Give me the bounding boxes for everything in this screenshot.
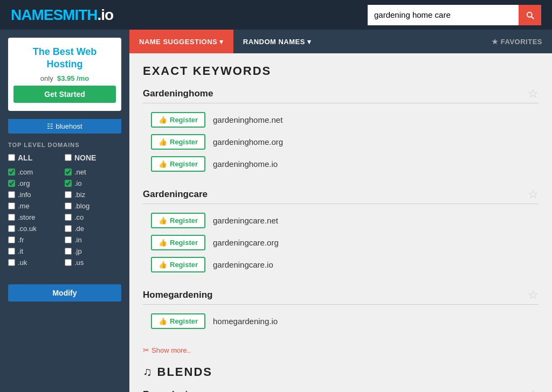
ad-price: only $3.95 /mo xyxy=(13,74,116,82)
keyword-group-homegardening-name: Homegardening xyxy=(143,290,212,300)
register-homegardening-io-label: Register xyxy=(170,317,198,325)
scissors-icon: ✂ xyxy=(143,346,149,354)
favorite-gardeningcare-button[interactable]: ☆ xyxy=(528,188,539,200)
tld-io: .io xyxy=(65,178,121,189)
domain-gardeninghome-org: gardeninghome.org xyxy=(213,137,283,146)
tab-name-suggestions[interactable]: NAME SUGGESTIONS ▾ xyxy=(129,30,233,53)
sidebar: The Best Web Hosting only $3.95 /mo Get … xyxy=(0,30,129,392)
tld-net: .net xyxy=(65,166,121,178)
domain-gardeninghome-io: gardeninghome.io xyxy=(213,159,278,169)
blends-title-text: BLENDS xyxy=(157,365,212,379)
exact-keywords-title: EXACT KEYWORDS xyxy=(143,64,539,78)
tab-name-suggestions-label: NAME SUGGESTIONS ▾ xyxy=(139,38,224,46)
thumb-icon: 👍 xyxy=(158,160,167,168)
bluehost-bar: ☷bluehost xyxy=(8,119,121,134)
register-gardeninghome-net-button[interactable]: 👍 Register xyxy=(151,112,205,128)
register-gardeningcare-io-label: Register xyxy=(170,261,198,269)
tld-couk-checkbox[interactable] xyxy=(8,225,15,232)
tld-co: .co xyxy=(65,212,121,223)
domain-row-homegardening-io: 👍 Register homegardening.io xyxy=(143,310,539,332)
tld-fr-label: .fr xyxy=(18,236,24,244)
register-gardeninghome-io-label: Register xyxy=(170,160,198,168)
tld-section: TOP LEVEL DOMAINS ALL NONE .com .org .in… xyxy=(0,134,129,276)
favorite-gardeninghome-button[interactable]: ☆ xyxy=(528,88,539,100)
tld-couk: .co.uk xyxy=(8,223,65,234)
tld-uk-label: .uk xyxy=(18,258,27,267)
tld-store-checkbox[interactable] xyxy=(8,214,15,221)
keyword-group-gardeninghome-header: Gardeninghome ☆ xyxy=(143,88,539,103)
thumb-icon: 👍 xyxy=(158,216,167,225)
tld-net-checkbox[interactable] xyxy=(65,169,72,176)
modify-button[interactable]: Modify xyxy=(8,284,121,302)
tld-de: .de xyxy=(65,223,121,234)
tld-all-checkbox[interactable] xyxy=(8,154,15,161)
tld-jp: .jp xyxy=(65,246,121,257)
domain-row-gardeninghome-io: 👍 Register gardeninghome.io xyxy=(143,153,539,175)
tld-de-checkbox[interactable] xyxy=(65,225,72,232)
domain-row-gardeningcare-io: 👍 Register gardeningcare.io xyxy=(143,254,539,276)
tld-info-checkbox[interactable] xyxy=(8,191,15,198)
register-gardeninghome-io-button[interactable]: 👍 Register xyxy=(151,156,205,172)
tld-org: .org xyxy=(8,178,65,189)
favorite-homegardening-button[interactable]: ☆ xyxy=(528,289,539,301)
register-gardeningcare-io-button[interactable]: 👍 Register xyxy=(151,257,205,272)
thumb-icon: 👍 xyxy=(158,239,167,247)
logo: NAMESMITH.io xyxy=(11,6,113,24)
tld-it-checkbox[interactable] xyxy=(8,248,15,255)
domain-gardeningcare-net: gardeningcare.net xyxy=(213,216,278,225)
main-content: NAME SUGGESTIONS ▾ RANDOM NAMES ▾ ★ FAVO… xyxy=(129,30,552,392)
domain-homegardening-io: homegardening.io xyxy=(213,317,278,326)
tld-none-item: NONE xyxy=(65,153,121,162)
tld-in-checkbox[interactable] xyxy=(65,236,72,243)
tld-us-checkbox[interactable] xyxy=(65,259,72,266)
show-more-link[interactable]: ✂ Show more.. xyxy=(143,346,539,354)
tld-it: .it xyxy=(8,246,65,257)
register-gardeningcare-net-button[interactable]: 👍 Register xyxy=(151,213,205,228)
tld-info-label: .info xyxy=(18,191,31,199)
register-gardeninghome-org-button[interactable]: 👍 Register xyxy=(151,134,205,150)
tld-org-checkbox[interactable] xyxy=(8,180,15,187)
bluehost-label: bluehost xyxy=(56,122,82,130)
ad-box: The Best Web Hosting only $3.95 /mo Get … xyxy=(8,38,121,111)
tld-net-label: .net xyxy=(74,168,86,176)
tld-me-checkbox[interactable] xyxy=(8,202,15,209)
tld-io-checkbox[interactable] xyxy=(65,180,72,187)
search-input[interactable] xyxy=(368,5,519,25)
tld-jp-label: .jp xyxy=(74,247,82,255)
domain-gardeninghome-net: gardeninghome.net xyxy=(213,115,282,124)
search-icon xyxy=(525,10,535,20)
tld-info: .info xyxy=(8,189,65,200)
tld-us: .us xyxy=(65,257,121,268)
tld-jp-checkbox[interactable] xyxy=(65,248,72,255)
ad-get-started-button[interactable]: Get Started xyxy=(13,86,116,103)
tld-none-checkbox[interactable] xyxy=(65,154,72,161)
tld-com-checkbox[interactable] xyxy=(8,169,15,176)
tld-uk-checkbox[interactable] xyxy=(8,259,15,266)
blends-section: ♫ BLENDS Regardening ☆ xyxy=(143,365,539,392)
tld-store-label: .store xyxy=(18,213,36,221)
favorite-regardening-button[interactable]: ☆ xyxy=(528,389,539,392)
exact-keywords-title-text: EXACT KEYWORDS xyxy=(143,64,271,78)
register-gardeningcare-org-label: Register xyxy=(170,239,198,247)
tld-biz-checkbox[interactable] xyxy=(65,191,72,198)
tld-co-label: .co xyxy=(74,213,84,221)
tld-us-label: .us xyxy=(74,258,84,267)
header: NAMESMITH.io xyxy=(0,0,552,30)
tld-blog-checkbox[interactable] xyxy=(65,202,72,209)
register-gardeningcare-org-button[interactable]: 👍 Register xyxy=(151,235,205,250)
tld-in-label: .in xyxy=(74,236,82,244)
tld-fr-checkbox[interactable] xyxy=(8,236,15,243)
keyword-group-gardeninghome: Gardeninghome ☆ 👍 Register gardeninghome… xyxy=(143,88,539,175)
tld-org-label: .org xyxy=(18,179,30,187)
tab-random-names[interactable]: RANDOM NAMES ▾ xyxy=(233,30,321,53)
thumb-icon: 👍 xyxy=(158,261,167,269)
tld-me: .me xyxy=(8,200,65,212)
tab-favorites[interactable]: ★ FAVORITES xyxy=(482,30,552,53)
nav-bar: NAME SUGGESTIONS ▾ RANDOM NAMES ▾ ★ FAVO… xyxy=(129,30,552,53)
tld-couk-label: .co.uk xyxy=(18,225,37,233)
tld-in: .in xyxy=(65,234,121,246)
tld-co-checkbox[interactable] xyxy=(65,214,72,221)
register-homegardening-io-button[interactable]: 👍 Register xyxy=(151,313,205,329)
show-more-label: Show more.. xyxy=(151,346,191,354)
search-button[interactable] xyxy=(519,5,541,25)
